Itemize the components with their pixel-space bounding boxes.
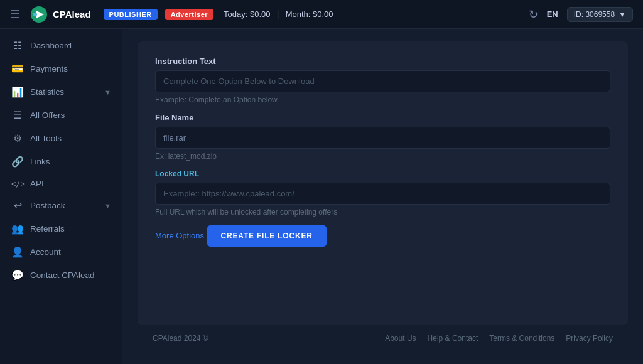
header-right: ↻ EN ID: 3069558 ▼ xyxy=(529,7,633,22)
sidebar-label-referrals: Referrals xyxy=(30,224,111,233)
sidebar-item-contact[interactable]: 💬 Contact CPAlead xyxy=(0,264,122,287)
chevron-down-icon: ▼ xyxy=(104,88,111,96)
sidebar-item-all-offers[interactable]: ☰ All Offers xyxy=(0,104,122,127)
chevron-down-icon-postback: ▼ xyxy=(104,202,111,210)
contact-icon: 💬 xyxy=(11,269,24,281)
sidebar-label-links: Links xyxy=(30,157,111,166)
stat-divider: | xyxy=(277,9,279,20)
sidebar-item-statistics[interactable]: 📊 Statistics ▼ xyxy=(0,80,122,104)
sidebar-label-payments: Payments xyxy=(30,64,111,73)
sidebar-item-all-tools[interactable]: ⚙ All Tools xyxy=(0,127,122,150)
footer-help-link[interactable]: Help & Contact xyxy=(428,334,478,343)
advertiser-badge[interactable]: Advertiser xyxy=(165,9,213,20)
instruction-hint: Example: Complete an Option below xyxy=(155,95,610,104)
account-icon: 👤 xyxy=(11,246,24,258)
all-offers-icon: ☰ xyxy=(11,109,24,121)
sidebar-label-statistics: Statistics xyxy=(30,87,98,97)
today-stat: Today: $0.00 xyxy=(224,9,270,19)
sidebar-label-postback: Postback xyxy=(30,201,98,210)
sidebar-label-contact: Contact CPAlead xyxy=(30,270,111,280)
footer-links: About Us Help & Contact Terms & Conditio… xyxy=(385,334,613,343)
footer-terms-link[interactable]: Terms & Conditions xyxy=(489,334,554,343)
sidebar-item-api[interactable]: </> API xyxy=(0,173,122,194)
filename-field-group: File Name Ex: latest_mod.zip xyxy=(155,113,610,161)
api-icon: </> xyxy=(11,179,24,188)
footer-about-link[interactable]: About Us xyxy=(385,334,416,343)
lockedurl-input[interactable] xyxy=(155,183,610,205)
filename-hint: Ex: latest_mod.zip xyxy=(155,152,610,161)
dashboard-icon: ☷ xyxy=(11,40,24,51)
sidebar-item-referrals[interactable]: 👥 Referrals xyxy=(0,217,122,240)
chevron-down-icon: ▼ xyxy=(619,10,626,19)
instruction-field-group: Instruction Text Example: Complete an Op… xyxy=(155,56,610,104)
sidebar: ☷ Dashboard 💳 Payments 📊 Statistics ▼ ☰ … xyxy=(0,29,122,364)
lockedurl-field-group: Locked URL Full URL which will be unlock… xyxy=(155,169,610,217)
form-card: Instruction Text Example: Complete an Op… xyxy=(138,41,628,325)
sidebar-item-dashboard[interactable]: ☷ Dashboard xyxy=(0,34,122,57)
logo-icon xyxy=(30,6,48,23)
month-stat: Month: $0.00 xyxy=(286,9,333,19)
sidebar-label-api: API xyxy=(30,179,111,188)
main-content: Instruction Text Example: Complete an Op… xyxy=(122,29,643,364)
header: ☰ CPAlead PUBLISHER Advertiser Today: $0… xyxy=(0,0,643,29)
statistics-icon: 📊 xyxy=(11,86,24,98)
instruction-label: Instruction Text xyxy=(155,56,610,66)
filename-input[interactable] xyxy=(155,127,610,149)
language-selector[interactable]: EN xyxy=(547,9,558,19)
links-icon: 🔗 xyxy=(11,156,24,168)
copyright-text: CPAlead 2024 © xyxy=(153,334,208,343)
hamburger-icon[interactable]: ☰ xyxy=(10,8,20,21)
header-stats: Today: $0.00 | Month: $0.00 xyxy=(224,9,333,20)
lockedurl-label: Locked URL xyxy=(155,169,610,178)
filename-label: File Name xyxy=(155,113,610,122)
footer-privacy-link[interactable]: Privacy Policy xyxy=(566,334,613,343)
sidebar-item-account[interactable]: 👤 Account xyxy=(0,240,122,264)
user-id-label: ID: 3069558 xyxy=(574,10,615,19)
payments-icon: 💳 xyxy=(11,63,24,75)
instruction-input[interactable] xyxy=(155,70,610,92)
sidebar-label-account: Account xyxy=(30,247,111,257)
sidebar-label-all-offers: All Offers xyxy=(30,110,111,120)
svg-point-2 xyxy=(33,13,37,16)
create-file-locker-button[interactable]: CREATE FILE LOCKER xyxy=(207,225,327,247)
sidebar-label-dashboard: Dashboard xyxy=(30,41,111,50)
sidebar-label-all-tools: All Tools xyxy=(30,134,111,143)
lockedurl-hint: Full URL which will be unlocked after co… xyxy=(155,208,610,217)
postback-icon: ↩ xyxy=(11,200,24,211)
refresh-icon[interactable]: ↻ xyxy=(529,8,538,21)
user-id-button[interactable]: ID: 3069558 ▼ xyxy=(567,7,633,22)
more-options-link[interactable]: More Options xyxy=(155,231,204,240)
layout: ☷ Dashboard 💳 Payments 📊 Statistics ▼ ☰ … xyxy=(0,29,643,364)
sidebar-item-links[interactable]: 🔗 Links xyxy=(0,150,122,173)
publisher-badge[interactable]: PUBLISHER xyxy=(104,9,158,20)
sidebar-item-postback[interactable]: ↩ Postback ▼ xyxy=(0,194,122,217)
referrals-icon: 👥 xyxy=(11,223,24,235)
footer: CPAlead 2024 © About Us Help & Contact T… xyxy=(138,325,628,351)
sidebar-item-payments[interactable]: 💳 Payments xyxy=(0,57,122,80)
all-tools-icon: ⚙ xyxy=(11,132,24,144)
logo: CPAlead xyxy=(30,6,91,23)
logo-text: CPAlead xyxy=(53,9,91,19)
